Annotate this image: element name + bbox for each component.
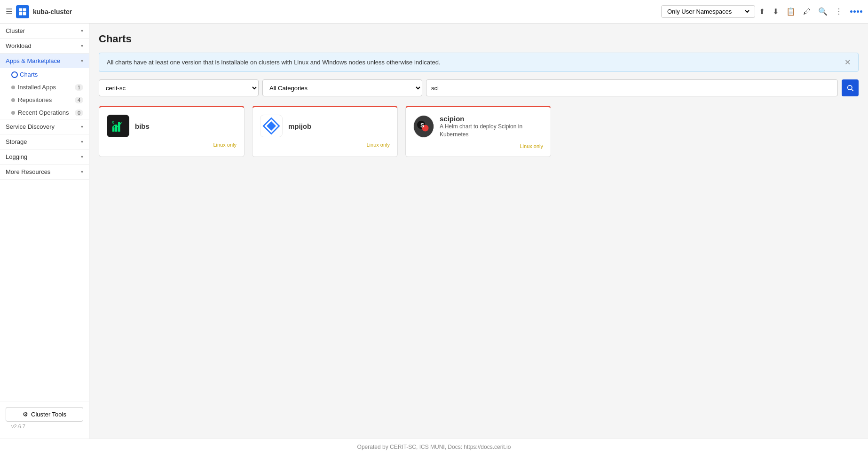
recent-ops-badge: 0 bbox=[75, 110, 83, 116]
cluster-tools-label: Cluster Tools bbox=[31, 411, 66, 418]
svg-rect-2 bbox=[19, 12, 23, 15]
installed-apps-dot bbox=[11, 86, 15, 89]
sidebar-label-cluster: Cluster bbox=[6, 27, 25, 34]
chevron-service-discovery: ▾ bbox=[81, 124, 83, 129]
filters-row: cerit-sc All Categories bbox=[99, 79, 859, 96]
app-logo bbox=[16, 5, 29, 18]
sidebar-label-workload: Workload bbox=[6, 42, 32, 49]
card-header-bibs: $ bibs bbox=[107, 115, 237, 137]
sidebar-footer: ⚙ Cluster Tools v2.6.7 bbox=[0, 401, 89, 439]
card-header-scipion: S scipion A Helm chart to deploy Scipion… bbox=[413, 115, 543, 139]
card-logo-scipion: S bbox=[413, 115, 434, 138]
svg-rect-0 bbox=[19, 8, 23, 11]
chart-card-mpijob[interactable]: mpijob Linux only bbox=[252, 106, 398, 157]
category-filter-select[interactable]: All Categories bbox=[262, 79, 422, 96]
page-title: Charts bbox=[99, 33, 859, 45]
gear-icon: ⚙ bbox=[23, 411, 28, 418]
svg-rect-1 bbox=[23, 8, 26, 11]
search-button[interactable] bbox=[842, 79, 859, 96]
sidebar-label-installed-apps: Installed Apps bbox=[18, 84, 56, 91]
namespace-selector[interactable]: Only User Namespaces bbox=[661, 5, 755, 18]
cluster-tools-button[interactable]: ⚙ Cluster Tools bbox=[6, 407, 83, 422]
card-logo-bibs: $ bbox=[107, 115, 129, 137]
sidebar-item-charts[interactable]: Charts bbox=[0, 68, 89, 81]
svg-line-5 bbox=[852, 89, 853, 91]
page-footer: Operated by CERIT-SC, ICS MUNI, Docs: ht… bbox=[0, 439, 868, 455]
sidebar: Cluster ▾ Workload ▾ Apps & Marketplace bbox=[0, 24, 89, 439]
edit-icon[interactable]: 🖊 bbox=[803, 8, 811, 16]
info-banner-text: All charts have at least one version tha… bbox=[107, 59, 441, 66]
sidebar-section-service-discovery: Service Discovery ▾ bbox=[0, 119, 89, 134]
installed-apps-badge: 1 bbox=[75, 84, 83, 91]
sidebar-label-charts: Charts bbox=[20, 71, 38, 78]
footer-text: Operated by CERIT-SC, ICS MUNI, Docs: ht… bbox=[357, 444, 511, 450]
clipboard-icon[interactable]: 📋 bbox=[786, 7, 796, 16]
sidebar-item-repositories[interactable]: Repositories 4 bbox=[0, 94, 89, 106]
bibs-logo-icon: $ bbox=[111, 119, 125, 133]
hamburger-icon[interactable]: ☰ bbox=[6, 7, 12, 16]
sidebar-item-recent-operations[interactable]: Recent Operations 0 bbox=[0, 106, 89, 119]
repositories-dot bbox=[11, 98, 15, 102]
header-icons: ⬆ ⬇ 📋 🖊 🔍 ⋮ bbox=[759, 7, 862, 16]
card-name-scipion: scipion bbox=[440, 115, 543, 123]
svg-text:S: S bbox=[420, 122, 424, 129]
card-name-bibs: bibs bbox=[135, 122, 150, 130]
logo-icon bbox=[18, 8, 27, 16]
card-logo-mpijob bbox=[260, 115, 283, 137]
grid-icon[interactable] bbox=[850, 10, 862, 13]
repositories-badge: 4 bbox=[75, 97, 83, 103]
sidebar-section-logging: Logging ▾ bbox=[0, 149, 89, 165]
chart-card-scipion[interactable]: S scipion A Helm chart to deploy Scipion… bbox=[405, 106, 551, 157]
charts-active-icon bbox=[11, 71, 18, 78]
body-container: Cluster ▾ Workload ▾ Apps & Marketplace bbox=[0, 24, 868, 439]
header: ☰ kuba-cluster Only User Namespaces ⬆ ⬇ … bbox=[0, 0, 868, 24]
sidebar-item-workload[interactable]: Workload ▾ bbox=[0, 39, 89, 53]
search-icon bbox=[846, 84, 854, 92]
sidebar-label-service-discovery: Service Discovery bbox=[6, 123, 55, 130]
sidebar-item-logging[interactable]: Logging ▾ bbox=[0, 149, 89, 164]
more-options-icon[interactable]: ⋮ bbox=[835, 7, 843, 16]
recent-ops-dot bbox=[11, 111, 15, 115]
sidebar-label-recent-operations: Recent Operations bbox=[18, 109, 69, 116]
chevron-more-resources: ▾ bbox=[81, 169, 83, 174]
import-icon[interactable]: ⬇ bbox=[773, 7, 779, 16]
sidebar-item-more-resources[interactable]: More Resources ▾ bbox=[0, 165, 89, 179]
card-header-mpijob: mpijob bbox=[260, 115, 390, 137]
sidebar-label-apps-marketplace: Apps & Marketplace bbox=[6, 57, 60, 64]
svg-text:$: $ bbox=[112, 120, 114, 125]
chart-card-bibs[interactable]: $ bibs Linux only bbox=[99, 106, 245, 157]
search-input[interactable] bbox=[426, 79, 838, 96]
sidebar-label-repositories: Repositories bbox=[18, 96, 52, 103]
sidebar-item-cluster[interactable]: Cluster ▾ bbox=[0, 24, 89, 38]
sidebar-item-installed-apps[interactable]: Installed Apps 1 bbox=[0, 81, 89, 94]
header-left: ☰ kuba-cluster bbox=[6, 5, 72, 18]
card-tag-bibs: Linux only bbox=[107, 142, 237, 148]
chevron-logging: ▾ bbox=[81, 154, 83, 159]
chevron-cluster: ▾ bbox=[81, 28, 83, 33]
sidebar-item-apps-marketplace[interactable]: Apps & Marketplace ▾ bbox=[0, 54, 89, 68]
svg-marker-11 bbox=[267, 121, 276, 131]
sidebar-section-apps: Apps & Marketplace ▾ Charts Installed Ap… bbox=[0, 54, 89, 119]
sidebar-item-storage[interactable]: Storage ▾ bbox=[0, 134, 89, 149]
card-tag-scipion: Linux only bbox=[413, 143, 543, 149]
cards-grid: $ bibs Linux only bbox=[99, 106, 859, 157]
search-icon[interactable]: 🔍 bbox=[818, 7, 828, 16]
card-desc-scipion: A Helm chart to deploy Scipion in Kubern… bbox=[440, 123, 543, 139]
chevron-apps: ▾ bbox=[81, 58, 83, 63]
info-banner-close[interactable]: ✕ bbox=[844, 58, 851, 67]
sidebar-section-storage: Storage ▾ bbox=[0, 134, 89, 149]
sidebar-label-storage: Storage bbox=[6, 138, 27, 145]
repo-filter-select[interactable]: cerit-sc bbox=[99, 79, 259, 96]
chevron-storage: ▾ bbox=[81, 139, 83, 144]
mpijob-logo-icon bbox=[262, 117, 281, 135]
upload-icon[interactable]: ⬆ bbox=[759, 7, 765, 16]
sidebar-section-cluster: Cluster ▾ bbox=[0, 24, 89, 39]
app-container: ☰ kuba-cluster Only User Namespaces ⬆ ⬇ … bbox=[0, 0, 868, 455]
sidebar-label-logging: Logging bbox=[6, 153, 27, 160]
scipion-logo-icon: S bbox=[414, 115, 434, 138]
namespace-select[interactable]: Only User Namespaces bbox=[665, 8, 751, 16]
sidebar-item-service-discovery[interactable]: Service Discovery ▾ bbox=[0, 119, 89, 134]
card-title-scipion: scipion A Helm chart to deploy Scipion i… bbox=[440, 115, 543, 139]
cluster-name: kuba-cluster bbox=[33, 8, 72, 16]
svg-rect-3 bbox=[23, 12, 26, 15]
